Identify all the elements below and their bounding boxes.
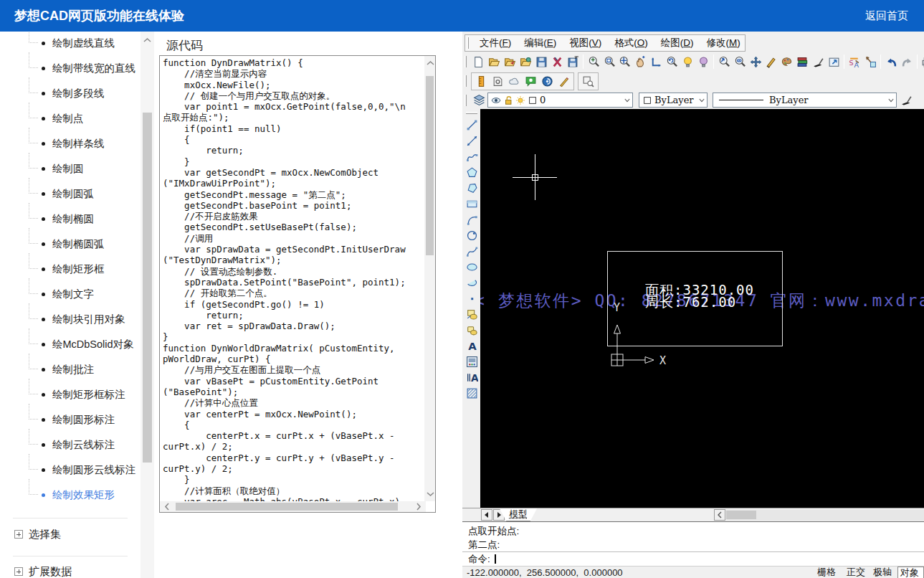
sidebar-item[interactable]: 绘制椭圆弧: [0, 232, 140, 257]
undo-button[interactable]: [883, 54, 899, 70]
draw-image-button[interactable]: [464, 354, 480, 369]
status-toggle-2[interactable]: 正交: [844, 567, 867, 578]
scrollbar-thumb[interactable]: [176, 503, 398, 511]
scroll-left-icon[interactable]: [163, 502, 172, 511]
open-window-button[interactable]: [827, 54, 842, 70]
toolbar-grip[interactable]: [467, 37, 469, 49]
layer-manager-button[interactable]: [795, 54, 811, 70]
redo-button[interactable]: [899, 54, 915, 70]
menu-o[interactable]: 格式(O): [608, 37, 654, 49]
select-zoom-button[interactable]: [716, 54, 732, 70]
status-toggle-1[interactable]: 栅格: [815, 567, 838, 578]
annotation-tag-button[interactable]: [490, 73, 506, 89]
save-button[interactable]: [534, 54, 550, 70]
scroll-up-icon[interactable]: [426, 59, 435, 68]
pencil-edit-button[interactable]: [556, 73, 572, 89]
draw-ellipse-button[interactable]: [464, 259, 480, 275]
open-web-button[interactable]: [518, 54, 534, 70]
sidebar-item[interactable]: 绘制椭圆: [0, 207, 140, 232]
toolbar-grip[interactable]: [465, 75, 467, 87]
pan-hand-button[interactable]: [633, 54, 649, 70]
draw-polygon-button[interactable]: [464, 164, 480, 180]
draw-polyline-button[interactable]: [464, 148, 480, 164]
sidebar-item[interactable]: 绘制虚线直线: [0, 32, 140, 56]
light-off-button[interactable]: [695, 54, 711, 70]
zoom-window-button[interactable]: [601, 54, 617, 70]
sidebar-item[interactable]: 绘制云线标注: [0, 432, 140, 458]
comment-bubble-button[interactable]: [523, 73, 539, 89]
ucs-axis-button[interactable]: [649, 54, 665, 70]
zoom-select-box-button[interactable]: [580, 73, 596, 89]
draw-ellipse-arc-button[interactable]: [464, 275, 480, 290]
draw-mtext-button[interactable]: A: [464, 369, 480, 385]
sidebar-item[interactable]: 绘制效果矩形: [0, 483, 140, 508]
sidebar-item[interactable]: 绘制圆弧: [0, 181, 140, 207]
menu-m[interactable]: 修改(M): [700, 37, 747, 49]
zoom-previous-button[interactable]: [665, 54, 680, 70]
status-toggle-4[interactable]: 对象捕捉: [897, 567, 924, 578]
cloud-markup-button[interactable]: [506, 73, 523, 89]
sidebar-item[interactable]: 绘制圆形标注: [0, 407, 140, 432]
sidebar-item[interactable]: 绘制批注: [0, 357, 140, 382]
light-on-button[interactable]: [680, 54, 696, 70]
scroll-up-icon[interactable]: [143, 36, 152, 45]
canvas-horizontal-scrollbar[interactable]: [726, 510, 924, 521]
layer-manager-button[interactable]: [471, 93, 487, 108]
home-link[interactable]: 返回首页: [865, 0, 908, 32]
tab-model[interactable]: 模型: [500, 508, 537, 521]
move-cross-button[interactable]: [748, 54, 763, 70]
toolbar-grip[interactable]: [466, 112, 477, 114]
menu-e[interactable]: 编辑(E): [518, 37, 563, 49]
cut-red-button[interactable]: [549, 54, 565, 70]
zoom-extents-button[interactable]: [617, 54, 633, 70]
sidebar-item[interactable]: 绘制矩形框: [0, 257, 140, 282]
tab-scroll-left-button[interactable]: [481, 509, 492, 521]
open-import-button[interactable]: [503, 54, 518, 70]
sidebar-item[interactable]: 绘制点: [0, 106, 140, 131]
draw-line-button[interactable]: [464, 117, 480, 133]
match-properties-button[interactable]: [898, 93, 915, 108]
draw-point-button[interactable]: [464, 290, 480, 306]
sidebar-item[interactable]: 绘制矩形框标注: [0, 382, 140, 407]
toolbar-grip[interactable]: [465, 95, 467, 106]
sidebar-group-selection-set[interactable]: 选择集: [14, 523, 61, 545]
circle-stamp-button[interactable]: [539, 73, 556, 89]
menu-d[interactable]: 绘图(D): [654, 37, 700, 49]
sidebar-item[interactable]: 绘McDbSolid对象: [0, 332, 140, 357]
zoom-inout-button[interactable]: [586, 54, 601, 70]
brush-style-button[interactable]: [811, 54, 827, 70]
linetype-select[interactable]: ByLayer: [713, 93, 897, 108]
sidebar-group-extended-data[interactable]: 扩展数据: [14, 561, 72, 578]
draw-pen-button[interactable]: [763, 54, 779, 70]
print-button[interactable]: [920, 54, 924, 70]
hscroll-left-button[interactable]: [714, 509, 725, 521]
palette-button[interactable]: [779, 54, 795, 70]
scrollbar-thumb[interactable]: [426, 76, 434, 255]
sidebar-item[interactable]: 绘制块引用对象: [0, 307, 140, 332]
draw-rectangle-button[interactable]: [464, 196, 480, 212]
open-file-button[interactable]: [487, 54, 503, 70]
expand-plus-icon[interactable]: [14, 530, 23, 539]
draw-block-make-button[interactable]: [464, 322, 480, 338]
sidebar-item[interactable]: 绘制圆: [0, 156, 140, 181]
code-horizontal-scrollbar[interactable]: [160, 501, 426, 512]
sidebar-item[interactable]: 绘制多段线: [0, 81, 140, 106]
draw-text-button[interactable]: A: [464, 338, 480, 354]
menu-f[interactable]: 文件(F): [473, 37, 518, 49]
sidebar-item[interactable]: 绘制文字: [0, 282, 140, 307]
draw-xline-button[interactable]: [464, 133, 480, 148]
draw-hatch-button[interactable]: [464, 385, 480, 401]
expand-plus-icon[interactable]: [14, 567, 23, 576]
sidebar-scrollbar[interactable]: [140, 32, 154, 578]
scrollbar-thumb[interactable]: [726, 511, 756, 519]
sidebar-item[interactable]: 绘制带线宽的直线: [0, 56, 140, 81]
scroll-down-icon[interactable]: [426, 489, 435, 498]
draw-block-insert-button[interactable]: [464, 306, 480, 322]
color-select[interactable]: ByLayer: [639, 93, 708, 108]
scrollbar-thumb[interactable]: [143, 113, 152, 463]
status-toggle-3[interactable]: 极轴: [871, 567, 894, 578]
code-vertical-scrollbar[interactable]: [424, 56, 435, 501]
layer-select[interactable]: 0: [487, 93, 633, 108]
measure-ruler-button[interactable]: [473, 73, 490, 89]
find-text-button[interactable]: SA: [847, 54, 862, 70]
